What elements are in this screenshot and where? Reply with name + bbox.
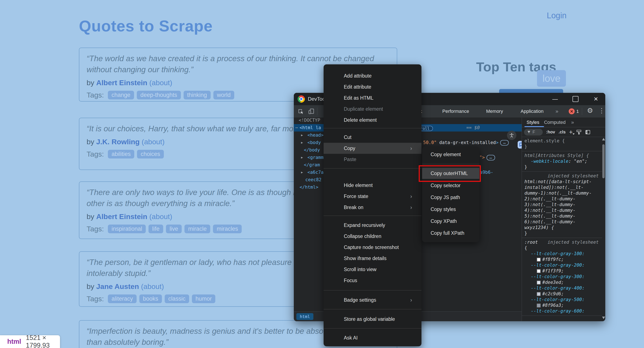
settings-gear-icon[interactable]: ⚙	[587, 106, 593, 115]
css-custom-property[interactable]: --lt-color-gray-500:	[531, 297, 585, 302]
css-color-value[interactable]: #8f96a3;	[542, 303, 564, 308]
menu-item-store-as-global-variable[interactable]: Store as global variable	[324, 314, 422, 325]
css-custom-property[interactable]: --lt-color-gray-300:	[531, 274, 585, 279]
styles-filter-input[interactable]: F	[524, 129, 543, 136]
menu-item-capture-node-screenshot[interactable]: Capture node screenshot	[324, 242, 422, 253]
tab-computed[interactable]: Computed	[544, 120, 566, 125]
menu-item-force-state[interactable]: Force state›	[324, 191, 422, 202]
tag-link[interactable]: world	[214, 91, 234, 99]
color-swatch[interactable]	[537, 281, 540, 285]
menu-item-expand-recursively[interactable]: Expand recursively	[324, 220, 422, 231]
css-custom-property[interactable]: --lt-color-gray-100:	[531, 251, 585, 256]
menu-item-copy-js-path[interactable]: Copy JS path	[422, 192, 479, 203]
menu-item-copy-full-xpath[interactable]: Copy full XPath	[422, 227, 479, 239]
device-toolbar-icon[interactable]	[308, 108, 315, 115]
menu-item-scroll-into-view[interactable]: Scroll into view	[324, 264, 422, 275]
rule-injected-stylesheet-2[interactable]: :rootinjected stylesheet { --lt-color-gr…	[522, 238, 602, 316]
tab-memory[interactable]: Memory	[486, 109, 503, 114]
css-custom-property[interactable]: --lt-color-gray-600:	[531, 309, 585, 314]
panel-layout-icon[interactable]	[585, 129, 590, 135]
color-swatch[interactable]	[537, 292, 540, 296]
menu-item-copy-element[interactable]: Copy element	[422, 149, 479, 160]
tag-link[interactable]: inspirational	[108, 225, 146, 233]
kebab-menu-icon[interactable]: ⋮	[598, 107, 605, 114]
css-custom-property[interactable]: --lt-color-gray-200:	[531, 263, 585, 268]
tag-link-love[interactable]: love	[537, 70, 566, 87]
color-swatch[interactable]	[537, 304, 540, 307]
menu-item-badge-settings[interactable]: Badge settings›	[324, 295, 422, 306]
tag-link[interactable]: change	[108, 91, 134, 99]
css-color-value[interactable]: #f1f3f9;	[542, 268, 564, 274]
menu-item-edit-as-html[interactable]: Edit as HTML	[324, 92, 422, 103]
scrollbar-thumb[interactable]	[602, 144, 605, 178]
sidebar-more-tabs-icon[interactable]: »	[571, 119, 574, 125]
menu-item-paste[interactable]: Paste	[324, 154, 422, 165]
scroll-up-arrow[interactable]	[602, 138, 605, 141]
css-color-value[interactable]: #c2c9d6;	[542, 291, 564, 297]
close-button[interactable]: ✕	[592, 96, 600, 102]
css-property-value[interactable]: "en";	[574, 159, 587, 164]
menu-item-focus[interactable]: Focus	[324, 275, 422, 286]
menu-item-collapse-children[interactable]: Collapse children	[324, 231, 422, 242]
menu-item-copy-outerhtml[interactable]: Copy outerHTML	[422, 168, 479, 179]
scroll-down-arrow[interactable]	[602, 317, 605, 319]
menu-item-copy[interactable]: Copy›	[324, 143, 422, 154]
rule-injected-stylesheet-1[interactable]: injected stylesheet html:not([data-lt-sc…	[522, 172, 602, 238]
about-link[interactable]: (about)	[142, 138, 165, 146]
tag-link[interactable]: miracles	[213, 225, 242, 233]
menu-item-cut[interactable]: Cut	[324, 132, 422, 143]
css-custom-property[interactable]: --lt-color-gray-400:	[531, 286, 585, 291]
menu-item-copy-xpath[interactable]: Copy XPath	[422, 216, 479, 227]
more-attributes-badge[interactable]: …	[486, 155, 495, 161]
rule-attributes-style[interactable]: html[Attributes Style] { -webkit-locale:…	[522, 151, 602, 172]
tab-performance[interactable]: Performance	[442, 109, 469, 114]
tag-link[interactable]: miracle	[184, 225, 210, 233]
toggle-classes[interactable]: .cls	[558, 130, 566, 135]
breadcrumb-html[interactable]: html	[296, 313, 314, 320]
menu-item-add-attribute[interactable]: Add attribute	[324, 70, 422, 81]
menu-item-ask-ai[interactable]: Ask AI	[324, 332, 422, 343]
color-swatch[interactable]	[537, 258, 540, 262]
maximize-button[interactable]	[572, 96, 578, 102]
expand-arrow-icon[interactable]: ▶	[301, 169, 303, 176]
about-link[interactable]: (about)	[141, 282, 164, 290]
css-color-value[interactable]: #f8f9fc;	[542, 257, 564, 262]
more-attributes-badge[interactable]: …	[500, 140, 509, 146]
tag-link[interactable]: live	[166, 225, 182, 233]
color-swatch[interactable]	[537, 269, 540, 273]
sidebar-scrollbar[interactable]	[602, 137, 605, 321]
menu-item-copy-selector[interactable]: Copy selector	[422, 180, 479, 191]
toggle-hover-state[interactable]: :hov	[546, 130, 555, 135]
menu-item-hide-element[interactable]: Hide element	[324, 180, 422, 191]
menu-item-show-iframe-details[interactable]: Show iframe details	[324, 253, 422, 264]
menu-item-duplicate-element[interactable]: Duplicate element	[324, 103, 422, 115]
tag-link[interactable]: abilities	[108, 150, 134, 159]
tag-link[interactable]: life	[148, 225, 163, 233]
tag-link[interactable]: thinking	[184, 91, 210, 99]
expand-arrow-icon[interactable]: ▶	[301, 154, 303, 161]
menu-item-delete-element[interactable]: Delete element	[324, 115, 422, 126]
about-link[interactable]: (about)	[149, 212, 172, 220]
menu-item-break-on[interactable]: Break on›	[324, 202, 422, 213]
login-link[interactable]: Login	[547, 11, 566, 20]
tab-styles[interactable]: Styles	[526, 120, 539, 125]
tag-link[interactable]: choices	[137, 150, 164, 159]
tag-link[interactable]: deep-thoughts	[137, 91, 181, 99]
inspect-element-icon[interactable]	[297, 108, 304, 115]
rule-element-style[interactable]: element.style { }	[522, 137, 602, 151]
rendering-brush-icon[interactable]	[576, 129, 582, 135]
expand-arrow-icon[interactable]: ▶	[301, 132, 303, 139]
tab-application[interactable]: Application	[520, 109, 544, 114]
tag-link[interactable]: humor	[192, 295, 216, 303]
tag-link[interactable]: books	[139, 295, 162, 303]
minimize-button[interactable]: —	[551, 96, 559, 102]
expand-arrow-icon[interactable]: ▶	[301, 139, 303, 146]
about-link[interactable]: (about)	[149, 79, 172, 87]
tag-link[interactable]: aliteracy	[108, 295, 136, 303]
css-color-value[interactable]: #dee3ed;	[542, 280, 564, 285]
menu-item-edit-attribute[interactable]: Edit attribute	[324, 81, 422, 92]
tag-link[interactable]: classic	[165, 295, 189, 303]
error-badge[interactable]: ✕ 1	[569, 108, 579, 114]
css-property-name[interactable]: -webkit-locale	[531, 159, 568, 164]
more-tabs-icon[interactable]: »	[556, 108, 558, 114]
